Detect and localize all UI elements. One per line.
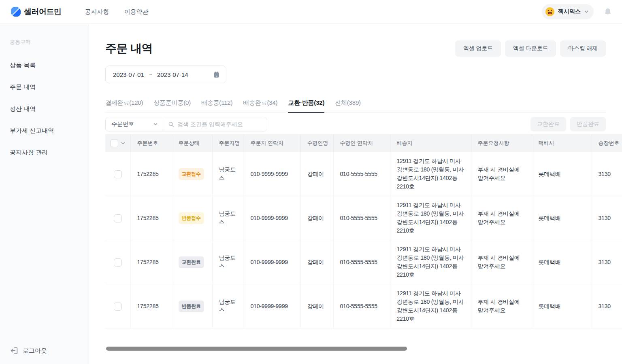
sidebar-item-3[interactable]: 부가세 신고내역 (10, 122, 79, 140)
tab-3[interactable]: 배송완료(34) (243, 99, 277, 113)
date-start[interactable]: 2023-07-01 (113, 71, 144, 78)
cell-receiver-phone: 010-5555-5555 (333, 284, 390, 328)
column-header: 주문자명 (212, 134, 244, 152)
status-badge: 반품접수 (179, 212, 204, 224)
cell-buyer-name: 남궁토스 (212, 196, 244, 240)
cell-courier: 롯데택배 (532, 284, 592, 328)
search-field-value: 주문번호 (111, 121, 153, 128)
sidebar-item-4[interactable]: 공지사항 관리 (10, 144, 79, 162)
top-nav: 공지사항 이용약관 (85, 8, 149, 16)
row-checkbox[interactable] (114, 170, 122, 178)
date-separator: ~ (149, 71, 152, 78)
exchange-complete-button[interactable]: 교환완료 (530, 117, 566, 131)
column-header: 주문자 연락처 (244, 134, 300, 152)
sidebar-item-0[interactable]: 상품 목록 (10, 56, 79, 74)
chevron-down-icon (153, 122, 158, 127)
cell-address: 12911 경기도 하남시 미사강변동로 180 (망월동, 미사강변도시14단… (390, 196, 471, 240)
return-complete-button[interactable]: 반품완료 (570, 117, 606, 131)
sidebar-item-1[interactable]: 주문 내역 (10, 78, 79, 96)
status-tabs: 결제완료(120)상품준비중(0)배송중(112)배송완료(34)교환·반품(3… (105, 99, 606, 113)
brand-logo-icon (11, 7, 21, 17)
tab-0[interactable]: 결제완료(120) (105, 99, 143, 113)
excel-upload-button[interactable]: 엑셀 업로드 (455, 40, 501, 57)
select-all-checkbox[interactable] (110, 139, 118, 147)
nav-notices[interactable]: 공지사항 (85, 8, 109, 16)
profile-menu[interactable]: 젝시믹스 (542, 4, 594, 19)
cell-buyer-phone: 010-9999-9999 (244, 196, 300, 240)
orders-table: 주문번호주문상태주문자명주문자 연락처수령인명수령인 연락처배송지주문요청사항택… (105, 134, 622, 328)
cell-courier: 롯데택배 (532, 240, 592, 284)
status-badge: 교환완료 (179, 256, 204, 268)
sidebar-item-2[interactable]: 정산 내역 (10, 100, 79, 118)
nav-terms[interactable]: 이용약관 (124, 8, 149, 16)
date-end[interactable]: 2023-07-14 (157, 71, 188, 78)
cell-invoice: 3130 (592, 240, 622, 284)
column-header: 주문번호 (130, 134, 172, 152)
cell-courier: 롯데택배 (532, 196, 592, 240)
cell-address: 12911 경기도 하남시 미사강변동로 180 (망월동, 미사강변도시14단… (390, 284, 471, 328)
cell-address: 12911 경기도 하남시 미사강변동로 180 (망월동, 미사강변도시14단… (390, 152, 471, 196)
table-row: 1752285 반품접수 남궁토스 010-9999-9999 강페이 010-… (105, 196, 622, 240)
column-header: 송장번호 (592, 134, 622, 152)
cell-receiver-name: 강페이 (300, 152, 333, 196)
cell-request: 부재 시 경비실에 맡겨주세요 (471, 152, 532, 196)
column-header: 수령인 연락처 (333, 134, 390, 152)
column-header: 수령인명 (300, 134, 333, 152)
cell-request: 부재 시 경비실에 맡겨주세요 (471, 240, 532, 284)
sidebar-section-label: 공동구매 (10, 38, 79, 46)
excel-download-button[interactable]: 엑셀 다운로드 (505, 40, 556, 57)
table-header-row: 주문번호주문상태주문자명주문자 연락처수령인명수령인 연락처배송지주문요청사항택… (105, 134, 622, 152)
cell-request: 부재 시 경비실에 맡겨주세요 (471, 196, 532, 240)
app-logo[interactable]: 셀러어드민 (11, 6, 62, 17)
cell-courier: 롯데택배 (532, 152, 592, 196)
cell-order-no: 1752285 (130, 240, 172, 284)
notification-bell-icon[interactable] (603, 7, 612, 16)
chevron-down-icon (584, 9, 589, 14)
tab-1[interactable]: 상품준비중(0) (153, 99, 191, 113)
column-header: 배송지 (390, 134, 471, 152)
tab-4[interactable]: 교환·반품(32) (288, 99, 324, 113)
sidebar-nav: 상품 목록주문 내역정산 내역부가세 신고내역공지사항 관리 (10, 56, 79, 162)
search-icon (168, 121, 174, 127)
profile-emoji-avatar (545, 7, 555, 17)
table-body: 1752285 교환접수 남궁토스 010-9999-9999 강페이 010-… (105, 152, 622, 328)
toolbar: 엑셀 업로드 엑셀 다운로드 마스킹 해제 (455, 40, 606, 57)
cell-receiver-name: 강페이 (300, 284, 333, 328)
status-badge: 교환접수 (179, 168, 204, 180)
cell-receiver-name: 강페이 (300, 240, 333, 284)
column-header: 주문상태 (172, 134, 212, 152)
search-input[interactable] (177, 121, 262, 127)
horizontal-scrollbar-thumb[interactable] (106, 347, 407, 351)
row-checkbox[interactable] (114, 258, 122, 267)
tab-2[interactable]: 배송중(112) (201, 99, 232, 113)
calendar-icon[interactable] (213, 71, 220, 78)
cell-buyer-name: 남궁토스 (212, 240, 244, 284)
cell-buyer-phone: 010-9999-9999 (244, 284, 300, 328)
status-badge: 반품완료 (179, 301, 204, 312)
select-all-chevron-icon[interactable] (121, 141, 126, 146)
tab-5[interactable]: 전체(389) (335, 99, 361, 113)
search-field-select[interactable]: 주문번호 (106, 117, 163, 131)
top-header: 셀러어드민 공지사항 이용약관 젝시믹스 (0, 0, 622, 24)
unmask-button[interactable]: 마스킹 해제 (560, 40, 606, 57)
orders-table-wrap: 주문번호주문상태주문자명주문자 연락처수령인명수령인 연락처배송지주문요청사항택… (105, 134, 622, 328)
cell-order-no: 1752285 (130, 284, 172, 328)
column-header: 택배사 (532, 134, 592, 152)
profile-name: 젝시믹스 (558, 8, 581, 15)
cell-order-no: 1752285 (130, 196, 172, 240)
app-title: 셀러어드민 (24, 6, 62, 17)
row-checkbox[interactable] (114, 303, 122, 311)
sidebar: 공동구매 상품 목록주문 내역정산 내역부가세 신고내역공지사항 관리 로그아웃 (0, 24, 89, 364)
cell-invoice: 3130 (592, 284, 622, 328)
cell-buyer-phone: 010-9999-9999 (244, 152, 300, 196)
date-range-picker[interactable]: 2023-07-01 ~ 2023-07-14 (105, 66, 226, 83)
cell-order-no: 1752285 (130, 152, 172, 196)
logout-icon (10, 346, 19, 355)
logout-button[interactable]: 로그아웃 (10, 342, 47, 359)
row-checkbox[interactable] (114, 214, 122, 222)
cell-buyer-name: 남궁토스 (212, 284, 244, 328)
cell-buyer-phone: 010-9999-9999 (244, 240, 300, 284)
cell-receiver-phone: 010-5555-5555 (333, 196, 390, 240)
cell-buyer-name: 남궁토스 (212, 152, 244, 196)
main-content: 주문 내역 엑셀 업로드 엑셀 다운로드 마스킹 해제 2023-07-01 ~… (89, 24, 622, 364)
